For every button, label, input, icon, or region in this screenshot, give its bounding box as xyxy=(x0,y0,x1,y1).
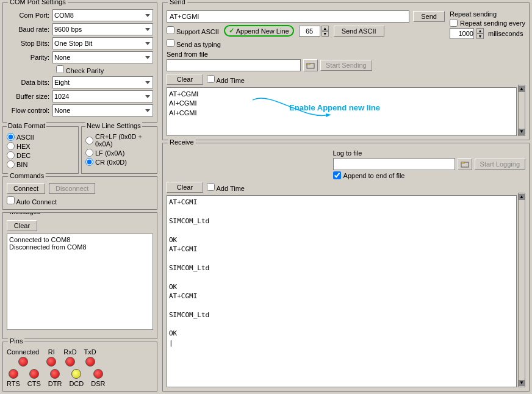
support-ascii-checkbox[interactable] xyxy=(167,26,174,34)
start-sending-button[interactable]: Start Sending xyxy=(320,60,372,71)
start-logging-button[interactable]: Start Logging xyxy=(475,159,525,170)
buffer-size-select[interactable]: 1024 xyxy=(52,90,153,102)
auto-connect-checkbox[interactable] xyxy=(7,196,15,204)
send-data-area: AT+CGMI AI+CGMI AI+CGMI xyxy=(167,87,517,136)
recv-line-10: OK xyxy=(169,282,514,292)
recv-line-6: AT+CGMI xyxy=(169,245,514,254)
message-line-2: Disconnected from COM8 xyxy=(9,243,151,251)
com-port-settings-group: COM Port Settings Com Port: COM8 Baud ra… xyxy=(2,2,157,123)
send-data-line-2: AI+CGMI xyxy=(169,99,514,108)
messages-clear-button[interactable]: Clear xyxy=(7,220,37,231)
send-file-input[interactable] xyxy=(167,59,301,71)
recv-line-5: OK xyxy=(169,235,514,245)
com-port-settings-title: COM Port Settings xyxy=(8,0,68,5)
log-file-browse-button[interactable] xyxy=(458,158,472,170)
lf-radio[interactable] xyxy=(85,149,93,157)
pin-dsr-label: DSR xyxy=(91,380,105,387)
cr-radio[interactable] xyxy=(85,158,93,166)
send-clear-button[interactable]: Clear xyxy=(167,74,203,85)
hex-radio[interactable] xyxy=(7,142,15,150)
pin-txd-label: TxD xyxy=(84,348,96,356)
recv-line-7 xyxy=(169,254,514,263)
receive-add-time-label[interactable]: Add Time xyxy=(207,183,245,192)
send-title: Send xyxy=(168,0,187,5)
cr-label: CR (0x0D) xyxy=(95,159,127,166)
receive-add-time-checkbox[interactable] xyxy=(207,183,215,191)
send-input[interactable]: AT+CGMI xyxy=(167,10,409,23)
buffer-size-label: Buffer size: xyxy=(7,93,52,100)
append-to-file-label: Append to end of file xyxy=(343,172,405,179)
send-file-browse-button[interactable] xyxy=(303,59,318,71)
send-as-typing-checkbox[interactable] xyxy=(167,39,174,47)
log-to-file-label: Log to file xyxy=(333,149,525,157)
new-line-settings-group: New Line Settings CR+LF (0x0D + 0x0A) LF… xyxy=(81,126,157,174)
append-newline-label[interactable]: Append New Line xyxy=(236,27,289,35)
ms-down-button[interactable]: ▼ xyxy=(476,34,484,39)
send-add-time-label[interactable]: Add Time xyxy=(207,75,245,84)
pin-cts: CTS xyxy=(27,369,41,387)
check-parity-label[interactable]: Check Parity xyxy=(56,65,104,74)
dec-radio[interactable] xyxy=(7,151,15,159)
auto-connect-label[interactable]: Auto Connect xyxy=(7,196,153,206)
support-ascii-label[interactable]: Support ASCII xyxy=(167,26,219,35)
data-bits-select[interactable]: Eight xyxy=(52,76,153,88)
repeat-title: Repeat sending xyxy=(450,10,497,18)
connect-button[interactable]: Connect xyxy=(7,183,45,194)
ascii-radio[interactable] xyxy=(7,133,15,141)
ms-up-button[interactable]: ▲ xyxy=(476,28,484,34)
pin-connected: Connected xyxy=(7,348,39,367)
parity-select[interactable]: None xyxy=(52,51,153,63)
pins-group: Pins Connected RI RxD xyxy=(2,342,157,392)
pin-connected-light xyxy=(18,357,28,367)
send-ascii-button[interactable]: Send ASCII xyxy=(334,26,384,37)
recv-line-3: SIMCOM_Ltd xyxy=(169,217,514,226)
recv-line-13: SIMCOM_Ltd xyxy=(169,310,514,320)
repeat-ms-input[interactable]: 1000 xyxy=(450,28,474,39)
repeat-section: Repeat sending Repeat sending every 1000… xyxy=(450,10,525,39)
send-as-typing-label[interactable]: Send as typing xyxy=(167,39,445,48)
pin-txd: TxD xyxy=(84,348,96,367)
receive-scrollbar[interactable]: ▲ ▼ xyxy=(518,193,525,387)
baud-rate-select[interactable]: 9600 bps xyxy=(52,23,153,35)
ascii-up-button[interactable]: ▲ xyxy=(322,26,329,31)
bin-radio[interactable] xyxy=(7,160,15,168)
ascii-value-input[interactable]: 65 xyxy=(299,26,320,37)
append-to-file-checkbox[interactable] xyxy=(333,171,341,179)
pin-dsr-light xyxy=(93,369,103,379)
send-button[interactable]: Send xyxy=(413,11,445,22)
messages-text-area: Connected to COM8 Disconnected from COM8 xyxy=(7,234,153,330)
send-data-line-1: AT+CGMI xyxy=(169,90,514,99)
append-newline-oval: ✓ Append New Line xyxy=(224,25,294,37)
flow-control-label: Flow control: xyxy=(7,107,52,114)
pin-dsr: DSR xyxy=(91,369,105,387)
pin-rts: RTS xyxy=(7,369,20,387)
check-parity-checkbox[interactable] xyxy=(56,65,64,73)
ms-label: miliseconds xyxy=(488,30,523,37)
commands-title: Commands xyxy=(8,172,46,179)
recv-line-14 xyxy=(169,320,514,329)
com-port-select[interactable]: COM8 xyxy=(52,9,153,21)
ascii-down-button[interactable]: ▼ xyxy=(322,31,329,37)
pin-connected-label: Connected xyxy=(7,348,39,356)
baud-rate-label: Baud rate: xyxy=(7,26,52,33)
receive-clear-button[interactable]: Clear xyxy=(167,182,203,193)
send-group: Send AT+CGMI Send Support ASCII xyxy=(162,2,530,140)
repeat-checkbox[interactable] xyxy=(450,19,458,27)
disconnect-button[interactable]: Disconnect xyxy=(49,183,95,194)
receive-data-area: AT+CGMI SIMCOM_Ltd OK AT+CGMI SIMCOM_Ltd… xyxy=(167,195,517,387)
recv-cursor: | xyxy=(169,338,514,348)
parity-label: Parity: xyxy=(7,54,52,61)
pin-rts-label: RTS xyxy=(7,380,20,387)
send-add-time-checkbox[interactable] xyxy=(207,75,215,83)
pin-rts-light xyxy=(9,369,18,379)
crlf-radio[interactable] xyxy=(85,137,93,145)
recv-line-4 xyxy=(169,226,514,235)
pin-txd-light xyxy=(85,357,95,367)
send-scrollbar[interactable]: ▲ ▼ xyxy=(518,85,525,136)
pin-cts-label: CTS xyxy=(27,380,41,387)
pin-cts-light xyxy=(29,369,39,379)
flow-control-select[interactable]: None xyxy=(52,104,153,116)
stop-bits-select[interactable]: One Stop Bit xyxy=(52,37,153,49)
receive-group: Receive Log to file Start Logging xyxy=(162,143,530,392)
log-file-input[interactable] xyxy=(333,158,455,170)
